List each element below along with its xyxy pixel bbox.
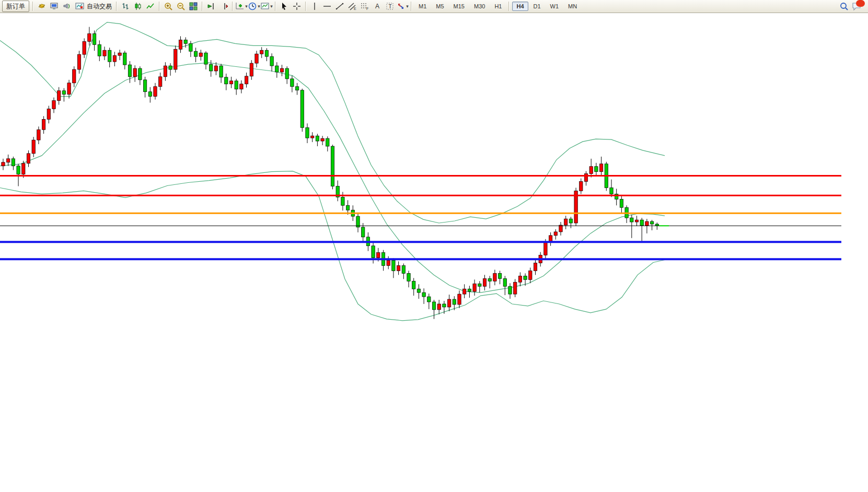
candle-body bbox=[463, 289, 466, 294]
candle-body bbox=[630, 218, 633, 222]
crosshair-icon[interactable] bbox=[291, 1, 303, 12]
candle-body bbox=[169, 66, 172, 69]
toolbar-separator bbox=[508, 2, 510, 11]
market-watch-icon[interactable] bbox=[36, 1, 48, 12]
candle-body bbox=[524, 276, 527, 279]
candle-body bbox=[32, 140, 35, 154]
candle-body bbox=[529, 271, 532, 279]
candle-body bbox=[427, 297, 431, 302]
zoom-in-icon[interactable] bbox=[162, 1, 175, 12]
cursor-icon[interactable] bbox=[278, 1, 291, 12]
bar-chart-icon[interactable] bbox=[119, 1, 132, 12]
svg-text:F: F bbox=[366, 7, 368, 10]
candle-body bbox=[2, 162, 5, 166]
candle-body bbox=[62, 91, 65, 95]
periods-icon[interactable]: ▾ bbox=[248, 1, 260, 12]
candle-body bbox=[148, 92, 152, 97]
channel-icon[interactable]: E bbox=[346, 1, 358, 12]
candle-body bbox=[610, 188, 613, 194]
candle-body bbox=[387, 261, 390, 266]
line-chart-icon[interactable] bbox=[144, 1, 157, 12]
candle-body bbox=[589, 167, 593, 174]
vertical-line-icon[interactable] bbox=[308, 1, 321, 12]
candle-body bbox=[47, 109, 50, 119]
fibonacci-icon[interactable]: F bbox=[358, 1, 371, 12]
candle-body bbox=[37, 130, 40, 140]
candle-body bbox=[189, 43, 192, 51]
chat-icon[interactable] bbox=[850, 1, 864, 12]
candle-body bbox=[397, 265, 400, 271]
candle-body bbox=[214, 66, 217, 71]
timeframe-d1[interactable]: D1 bbox=[529, 2, 545, 11]
toolbar-separator bbox=[32, 2, 33, 11]
text-icon[interactable]: A bbox=[371, 1, 384, 12]
candle-body bbox=[225, 77, 228, 84]
candle-body bbox=[453, 299, 456, 304]
candle-body bbox=[534, 263, 537, 271]
auto-scroll-icon[interactable] bbox=[205, 1, 217, 12]
candle-body bbox=[229, 81, 233, 84]
candle-body bbox=[83, 41, 86, 54]
candle-body bbox=[123, 53, 126, 65]
timeframe-w1[interactable]: W1 bbox=[546, 2, 563, 11]
candle-body bbox=[7, 159, 10, 162]
candle-body bbox=[412, 281, 415, 289]
arrows-icon[interactable]: ▾ bbox=[396, 1, 409, 12]
timeframe-h1[interactable]: H1 bbox=[490, 2, 506, 11]
svg-text:T: T bbox=[389, 4, 392, 9]
candle-body bbox=[635, 220, 638, 222]
zoom-out-icon[interactable] bbox=[175, 1, 187, 12]
candle-body bbox=[154, 87, 157, 97]
timeframe-mn[interactable]: MN bbox=[564, 2, 581, 11]
timeframe-m15[interactable]: M15 bbox=[449, 2, 469, 11]
new-order-button[interactable]: 新订单 bbox=[2, 1, 29, 12]
candle-body bbox=[362, 227, 365, 237]
terminal-icon[interactable] bbox=[48, 1, 61, 12]
timeframe-m1[interactable]: M1 bbox=[414, 2, 431, 11]
candle-body bbox=[564, 219, 568, 225]
toolbar-separator bbox=[202, 2, 203, 11]
indicators-icon[interactable]: ▾ bbox=[235, 1, 248, 12]
candle-body bbox=[285, 68, 288, 79]
candle-body bbox=[650, 221, 653, 224]
notification-badge bbox=[856, 0, 865, 7]
candle-body bbox=[508, 286, 512, 294]
candle-body bbox=[473, 284, 476, 291]
candle-body bbox=[432, 302, 435, 310]
timeframe-m5[interactable]: M5 bbox=[432, 2, 448, 11]
timeframe-h4[interactable]: H4 bbox=[512, 2, 528, 11]
candle-body bbox=[620, 199, 623, 207]
candle-body bbox=[599, 164, 603, 172]
candle-body bbox=[316, 136, 319, 141]
signals-icon[interactable] bbox=[61, 1, 73, 12]
toolbar-separator bbox=[116, 2, 117, 11]
candle-body bbox=[377, 253, 380, 258]
toolbar: 新订单自动交易▾▾▾EFAT▾M1M5M15M30H1H4D1W1MN bbox=[0, 0, 868, 13]
chart-shift-icon[interactable] bbox=[217, 1, 230, 12]
candle-body bbox=[108, 50, 111, 62]
candle-body bbox=[645, 221, 649, 226]
search-icon[interactable] bbox=[838, 1, 850, 12]
auto-trading-button[interactable]: 自动交易 bbox=[73, 1, 114, 12]
candle-body bbox=[488, 278, 491, 281]
tile-windows-icon[interactable] bbox=[187, 1, 200, 12]
candle-body bbox=[402, 265, 405, 273]
text-label-icon[interactable]: T bbox=[384, 1, 396, 12]
candle-body bbox=[164, 66, 167, 77]
candle-body bbox=[311, 136, 314, 138]
candle-body bbox=[204, 53, 207, 64]
candlestick-chart-icon[interactable] bbox=[132, 1, 144, 12]
candle-body bbox=[57, 91, 61, 101]
candle-body bbox=[77, 54, 80, 69]
templates-icon[interactable]: ▾ bbox=[260, 1, 273, 12]
horizontal-line-icon[interactable] bbox=[321, 1, 333, 12]
timeframe-m30[interactable]: M30 bbox=[470, 2, 489, 11]
candle-body bbox=[437, 304, 441, 310]
toolbar-right-group bbox=[838, 1, 864, 12]
candle-body bbox=[52, 101, 55, 109]
candle-body bbox=[306, 127, 309, 138]
candle-body bbox=[295, 87, 298, 90]
main-pane bbox=[0, 14, 841, 328]
trendline-icon[interactable] bbox=[333, 1, 346, 12]
candle-body bbox=[184, 40, 187, 43]
